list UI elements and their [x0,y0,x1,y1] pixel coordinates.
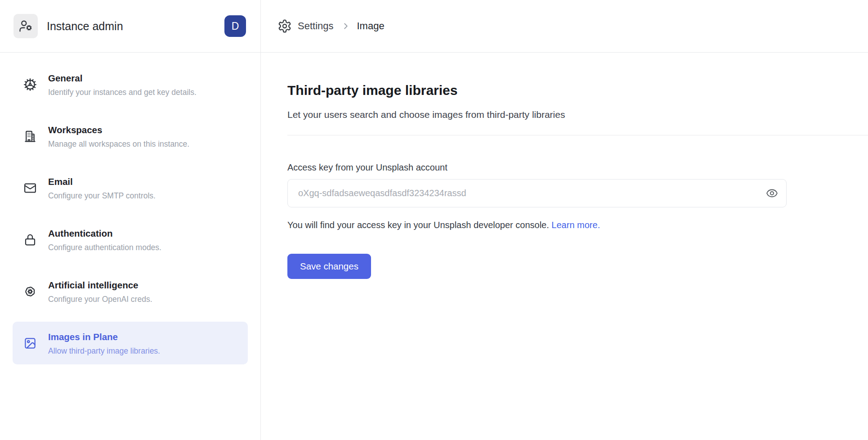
sidebar-item-label: Authentication [48,227,161,239]
toggle-visibility-button[interactable] [765,187,779,200]
helper-text-body: You will find your access key in your Un… [287,220,549,230]
page-subtitle: Let your users search and choose images … [287,109,868,121]
sidebar-item-label: Artificial intelligence [48,279,152,291]
access-key-label: Access key from your Unsplash account [287,162,868,173]
sidebar-item-label: Email [48,175,156,188]
chevron-right-icon [341,21,351,31]
sidebar-item-description: Configure authentication modes. [48,242,161,252]
access-key-input[interactable] [287,179,787,207]
image-icon [23,337,37,350]
lock-icon [23,233,37,247]
user-cog-icon [13,14,38,38]
sidebar-item-label: Workspaces [48,124,189,136]
sidebar-item-general[interactable]: General Identify your instances and get … [13,63,248,106]
building-icon [23,130,37,143]
sidebar-item-label: Images in Plane [48,331,160,343]
sidebar-item-authentication[interactable]: Authentication Configure authentication … [13,218,248,261]
sidebar: Instance admin D General Identify your i… [0,0,261,440]
sidebar-item-description: Identify your instances and get key deta… [48,87,197,97]
sidebar-item-description: Configure your OpenAI creds. [48,294,152,304]
settings-gear-icon [277,19,292,33]
eye-icon [766,187,778,199]
cog-icon [23,78,37,91]
helper-text: You will find your access key in your Un… [287,220,868,231]
user-avatar[interactable]: D [224,15,246,37]
learn-more-link[interactable]: Learn more. [551,220,600,230]
sidebar-item-workspaces[interactable]: Workspaces Manage all workspaces on this… [13,115,248,157]
sidebar-item-description: Allow third-party image libraries. [48,346,160,356]
image-settings-panel: Third-party image libraries Let your use… [261,53,868,279]
sidebar-header: Instance admin D [0,0,260,53]
mail-icon [23,181,37,195]
breadcrumb-settings[interactable]: Settings [298,20,334,32]
sidebar-item-images-in-plane[interactable]: Images in Plane Allow third-party image … [13,322,248,364]
section-divider [287,135,868,135]
access-key-field-wrap [287,179,787,207]
breadcrumb-image: Image [357,20,385,32]
instance-admin-app: Instance admin D General Identify your i… [0,0,868,440]
sidebar-item-artificial-intelligence[interactable]: Artificial intelligence Configure your O… [13,270,248,313]
save-changes-button[interactable]: Save changes [287,254,371,279]
sidebar-item-label: General [48,72,197,84]
breadcrumb: Settings Image [261,0,868,53]
brain-cog-icon [23,285,37,298]
page-title: Third-party image libraries [287,82,868,99]
sidebar-item-description: Manage all workspaces on this instance. [48,139,189,149]
main-area: Settings Image Third-party image librari… [261,0,868,440]
sidebar-nav: General Identify your instances and get … [0,53,260,373]
sidebar-item-email[interactable]: Email Configure your SMTP controls. [13,166,248,209]
app-title: Instance admin [47,20,224,33]
sidebar-item-description: Configure your SMTP controls. [48,191,156,201]
